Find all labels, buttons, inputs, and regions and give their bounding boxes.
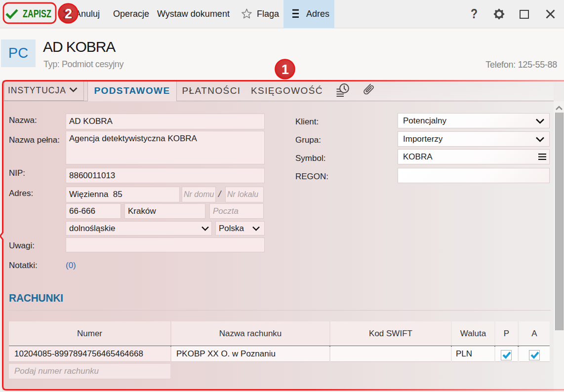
svg-text:1: 1 [282, 62, 289, 77]
svg-text:2: 2 [65, 6, 72, 21]
